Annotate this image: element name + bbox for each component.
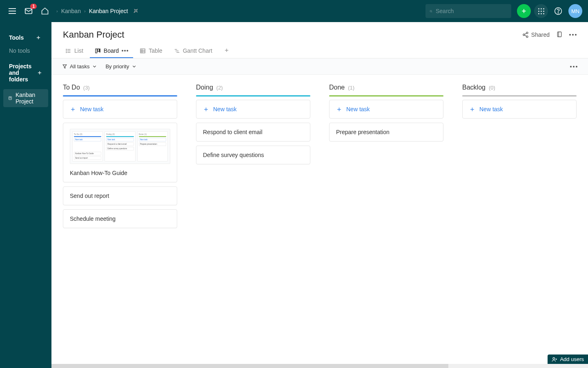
tab-label: Board (104, 47, 119, 54)
horizontal-scrollbar[interactable] (51, 364, 588, 368)
svg-rect-19 (557, 32, 561, 37)
card-title: Prepare presentation (336, 129, 390, 135)
svg-point-24 (66, 49, 67, 49)
view-tab-board[interactable]: Board (90, 44, 133, 58)
sidebar-projects-header: Projects and folders (9, 63, 37, 83)
svg-line-18 (525, 35, 527, 36)
task-card[interactable]: Prepare presentation (329, 123, 443, 141)
view-tab-list[interactable]: List (60, 44, 88, 58)
new-task-button[interactable]: New task (196, 100, 310, 119)
add-project-button[interactable] (37, 69, 42, 77)
chevron-right-icon: › (56, 9, 58, 13)
tab-label: Gantt Chart (183, 47, 212, 54)
svg-line-2 (432, 11, 432, 12)
panel-toggle-button[interactable] (556, 31, 563, 39)
add-users-icon (552, 357, 557, 362)
tab-more-button[interactable] (122, 50, 128, 52)
breadcrumb: › Kanban › Kanban Project (56, 8, 138, 14)
no-tools-label: No tools (4, 45, 47, 56)
filter-icon (62, 64, 67, 69)
add-users-button[interactable]: Add users (548, 355, 588, 364)
scrollbar-thumb[interactable] (51, 364, 448, 368)
shared-button[interactable]: Shared (522, 31, 550, 38)
column-count: (1) (348, 85, 354, 91)
new-task-button[interactable]: New task (63, 100, 177, 119)
filter-all-tasks[interactable]: All tasks (62, 63, 97, 70)
shared-label: Shared (531, 31, 550, 38)
column-backlog: Backlog (0) New task (462, 84, 577, 359)
task-card[interactable]: Send out report (63, 186, 177, 205)
svg-marker-39 (63, 65, 67, 68)
column-title: Backlog (462, 84, 486, 91)
home-icon (41, 7, 49, 15)
pin-icon[interactable] (133, 8, 138, 14)
svg-point-48 (553, 357, 555, 359)
new-task-button[interactable]: New task (462, 100, 577, 119)
grid-icon (538, 8, 544, 14)
chevron-down-icon (92, 64, 97, 69)
plus-icon (521, 8, 527, 14)
column-count: (3) (83, 85, 90, 91)
new-task-button[interactable]: New task (329, 100, 443, 119)
search-icon (430, 8, 432, 14)
project-icon (8, 95, 12, 101)
board-scroll[interactable]: To Do (3) New task To Do (3) Ne (51, 75, 588, 368)
plus-icon (336, 106, 342, 112)
search-box[interactable] (425, 4, 511, 18)
main-content: Kanban Project Shared List Board (51, 22, 588, 368)
column-count: (0) (489, 85, 495, 91)
chevron-down-icon (131, 64, 137, 69)
sidebar-tools-header: Tools (9, 34, 24, 41)
svg-point-1 (430, 10, 432, 12)
user-avatar[interactable]: MN (568, 4, 582, 18)
inbox-button[interactable]: 1 (22, 4, 35, 18)
mail-badge: 1 (30, 4, 37, 9)
help-button[interactable] (551, 4, 565, 18)
svg-point-6 (558, 13, 558, 13)
card-title: Respond to client email (203, 129, 263, 135)
gantt-icon (174, 48, 180, 54)
filter-label: By priority (105, 63, 129, 70)
column-bar (196, 95, 310, 96)
add-view-button[interactable] (219, 44, 234, 58)
breadcrumb-current[interactable]: Kanban Project (89, 8, 128, 14)
breadcrumb-parent[interactable]: Kanban (61, 8, 81, 14)
filter-by-priority[interactable]: By priority (105, 63, 137, 70)
view-tabs: List Board Table Gantt Chart (51, 40, 588, 58)
column-count: (2) (216, 85, 223, 91)
svg-point-16 (526, 36, 528, 38)
hamburger-icon (9, 8, 16, 14)
column-title: Done (329, 84, 345, 91)
svg-rect-27 (96, 49, 97, 53)
new-task-label: New task (80, 106, 104, 112)
view-tab-gantt[interactable]: Gantt Chart (169, 44, 217, 58)
view-tab-table[interactable]: Table (135, 44, 167, 58)
table-icon (140, 48, 146, 54)
chevron-right-icon: › (84, 9, 86, 13)
task-card[interactable]: Define survey questions (196, 146, 310, 164)
card-title: Kanban How-To Guide (70, 170, 170, 176)
task-card[interactable]: Schedule meeting (63, 209, 177, 228)
column-bar (462, 95, 577, 96)
task-card[interactable]: To Do (3) New task Kanban How-To Guide S… (63, 123, 177, 182)
search-input[interactable] (436, 8, 507, 14)
column-done: Done (1) New task Prepare presentation (329, 84, 443, 359)
column-bar (63, 95, 177, 96)
card-title: Send out report (70, 193, 109, 199)
svg-point-26 (66, 52, 67, 52)
filter-more-button[interactable] (570, 66, 577, 67)
apps-button[interactable] (534, 4, 548, 18)
more-actions-button[interactable] (569, 34, 577, 36)
list-icon (65, 48, 71, 54)
home-button[interactable] (38, 4, 51, 18)
add-tool-button[interactable] (34, 34, 42, 42)
task-card[interactable]: Respond to client email (196, 123, 310, 141)
create-button[interactable] (517, 4, 531, 18)
plus-icon (37, 70, 42, 76)
filter-label: All tasks (70, 63, 89, 70)
column-todo: To Do (3) New task To Do (3) Ne (63, 84, 177, 359)
svg-point-25 (66, 50, 67, 51)
menu-toggle-button[interactable] (6, 4, 19, 18)
column-doing: Doing (2) New task Respond to client ema… (196, 84, 310, 359)
sidebar-item-kanban-project[interactable]: Kanban Project (3, 89, 48, 107)
